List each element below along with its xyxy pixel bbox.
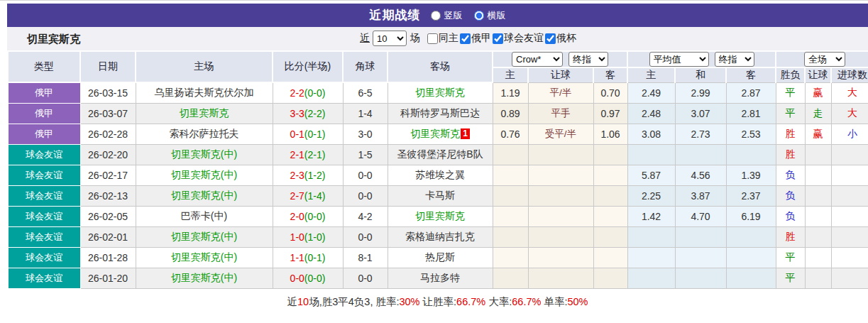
sub-header-odds-home: 主 [493, 67, 528, 82]
score-cell: 0-0(0-0) [273, 268, 343, 288]
home-team[interactable]: 切里宾斯克(中) [136, 144, 273, 165]
filter-label: 俄甲 [471, 32, 491, 45]
odds-away-cell [593, 226, 627, 247]
layout-radio-horizontal[interactable]: 横版 [474, 9, 506, 22]
away-team[interactable]: 马拉多特 [388, 268, 493, 288]
avg-time-select[interactable]: 终指 [715, 52, 754, 67]
handicap-result-cell [805, 165, 831, 185]
avg-draw-cell [675, 226, 726, 247]
horizontal-radio-input[interactable] [474, 11, 484, 21]
match-type-cell: 球会友谊 [8, 185, 80, 206]
halftime-score: (0-0) [304, 273, 326, 284]
competition-filter[interactable]: 俄甲 [458, 32, 491, 45]
away-team-name: 苏维埃之翼 [415, 169, 465, 180]
away-team[interactable]: 圣彼得堡泽尼特B队 [388, 144, 493, 165]
away-team-name: 切里宾斯克 [415, 87, 465, 98]
footer-stat-segment: 50% [567, 296, 588, 307]
handicap-result-cell: 赢 [805, 82, 831, 103]
away-team-name: 索格迪纳吉扎克 [405, 231, 475, 242]
match-date: 26-03-15 [80, 82, 136, 103]
halftime-score: (1-4) [304, 190, 326, 202]
odds-group-header: Crow* 终指 [493, 51, 627, 67]
filter-checkbox[interactable] [545, 33, 556, 44]
odds-away-cell [593, 206, 627, 226]
fulltime-score: 2-2 [290, 87, 304, 99]
away-team[interactable]: 科斯特罗马斯巴达 [388, 103, 493, 124]
handicap-result-cell: 赢 [805, 124, 831, 144]
goals-result-cell [831, 165, 868, 185]
vertical-radio-label: 竖版 [444, 9, 463, 22]
away-team-name: 切里宾斯克 [415, 210, 465, 221]
match-date: 26-02-17 [80, 165, 136, 185]
competition-filter[interactable]: 球会友谊 [491, 32, 544, 45]
away-team[interactable]: 热尼斯 [388, 247, 493, 268]
competition-filter[interactable]: 同主 [426, 32, 458, 45]
corner-cell: 0-0 [343, 226, 388, 247]
home-team[interactable]: 乌里扬诺夫斯克伏尔加 [136, 82, 273, 103]
match-date: 26-02-05 [80, 206, 136, 226]
competition-filter[interactable]: 俄杯 [544, 32, 576, 45]
odds-away-cell: 0.97 [593, 103, 627, 124]
halftime-score: (0-0) [304, 87, 326, 99]
filter-checkbox[interactable] [493, 33, 503, 44]
odds-home-cell [493, 165, 528, 185]
away-team[interactable]: 切里宾斯克 [388, 82, 493, 103]
odds-home-cell [493, 268, 528, 288]
avg-away-cell [726, 226, 776, 247]
fulltime-score: 3-3 [290, 108, 304, 119]
score-cell: 0-1(0-1) [273, 124, 343, 144]
away-team[interactable]: 索格迪纳吉扎克 [388, 226, 493, 247]
avg-source-select[interactable]: 平均值 [649, 52, 709, 67]
odds-home-cell [493, 206, 528, 226]
odds-source-select[interactable]: Crow* [512, 52, 563, 67]
table-row: 球会友谊 26-02-13 切里宾斯克(中) 2-7(1-4) 0-0 卡马斯 … [8, 185, 868, 206]
footer-stat-segment: 66.7% [456, 296, 485, 307]
sub-header-avg-draw: 和 [675, 67, 726, 82]
corner-cell: 0-0 [343, 185, 388, 206]
goals-result-cell [831, 226, 868, 247]
filter-checkbox[interactable] [460, 33, 471, 44]
home-team[interactable]: 切里宾斯克(中) [136, 268, 273, 288]
away-team-name: 科斯特罗马斯巴达 [400, 107, 480, 119]
handicap-result-cell [805, 226, 831, 247]
match-date: 26-01-28 [80, 247, 136, 268]
away-team[interactable]: 卡马斯 [388, 185, 493, 206]
scope-select[interactable]: 全场 [804, 52, 845, 67]
away-team[interactable]: 苏维埃之翼 [388, 165, 493, 185]
score-cell: 2-7(1-4) [273, 185, 343, 206]
home-team[interactable]: 切里宾斯克(中) [136, 226, 273, 247]
filter-checkbox[interactable] [427, 33, 438, 44]
fulltime-score: 1-1 [290, 252, 304, 263]
layout-radio-vertical[interactable]: 竖版 [431, 9, 463, 22]
match-date: 26-02-01 [80, 226, 136, 247]
away-team[interactable]: 切里宾斯克1 [388, 124, 493, 144]
home-team[interactable]: 索科尔萨拉托夫 [136, 124, 273, 144]
goals-result-cell [831, 144, 868, 165]
away-team[interactable]: 切里宾斯克 [388, 206, 493, 226]
home-team[interactable]: 切里宾斯克(中) [136, 247, 273, 268]
avg-away-cell [726, 268, 776, 288]
home-team[interactable]: 切里宾斯克 [136, 103, 273, 124]
corner-cell: 3-0 [343, 124, 388, 144]
handicap-result-cell [805, 185, 831, 206]
home-team[interactable]: 切里宾斯克(中) [136, 185, 273, 206]
table-row: 俄甲 26-03-15 乌里扬诺夫斯克伏尔加 2-2(0-0) 6-5 切里宾斯… [8, 82, 868, 103]
odds-time-select[interactable]: 终指 [568, 52, 608, 67]
col-header-score: 比分(半场) [273, 51, 343, 82]
match-count-select[interactable]: 10 [373, 31, 407, 46]
home-team[interactable]: 切里宾斯克(中) [136, 165, 273, 185]
score-cell: 2-2(0-0) [273, 82, 343, 103]
avg-away-cell: 2.87 [726, 82, 776, 103]
odds-away-cell [593, 268, 627, 288]
vertical-radio-input[interactable] [431, 11, 441, 21]
col-header-date: 日期 [80, 51, 136, 82]
recent-link[interactable]: 近 [360, 32, 370, 45]
avg-draw-cell: 3.87 [675, 185, 726, 206]
avg-home-cell: 2.49 [627, 82, 675, 103]
match-type-cell: 球会友谊 [8, 206, 80, 226]
match-type-cell: 球会友谊 [8, 226, 80, 247]
odds-handicap-cell [528, 247, 593, 268]
home-team[interactable]: 巴蒂卡(中) [136, 206, 273, 226]
avg-away-cell [726, 144, 776, 165]
scope-group-header: 全场 [776, 51, 868, 67]
